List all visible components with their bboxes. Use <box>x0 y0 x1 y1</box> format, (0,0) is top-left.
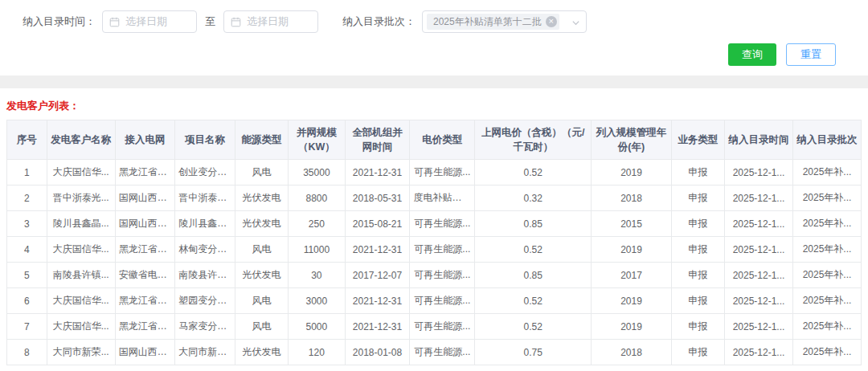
batch-select[interactable]: 2025年补贴清单第十二批 × <box>422 10 587 33</box>
table-header-cell: 并网规模（KW） <box>289 120 345 160</box>
table-cell: 风电 <box>235 314 288 340</box>
table-cell: 申报 <box>671 288 724 314</box>
table-cell: 可再生能源... <box>410 160 475 186</box>
table-header-cell: 全部机组并网时间 <box>345 120 410 160</box>
table-row[interactable]: 5南陵县许镇...安徽省电力...南陵县许镇...光伏发电302017-12-0… <box>7 263 862 288</box>
table-cell: 2021-12-31 <box>345 237 410 263</box>
tag-close-icon[interactable]: × <box>546 16 557 27</box>
batch-tag-label: 2025年补贴清单第十二批 <box>433 15 542 29</box>
table-cell: 风电 <box>235 288 288 314</box>
table-cell: 可再生能源... <box>410 237 475 263</box>
table-cell: 黑龙江省电... <box>115 314 175 340</box>
batch-tag: 2025年补贴清单第十二批 × <box>427 14 559 30</box>
table-cell: 2021-12-31 <box>345 288 410 314</box>
table-row[interactable]: 3陵川县鑫晶...国网山西省...陵川县鑫晶...光伏发电2502015-08-… <box>7 211 862 237</box>
table-cell: 2025-12-1... <box>725 211 793 237</box>
table-cell: 2025年补... <box>792 340 861 365</box>
table-cell: 申报 <box>671 211 724 237</box>
table-cell: 可再生能源... <box>410 314 475 340</box>
table-cell: 2015-08-21 <box>345 211 410 237</box>
table-row[interactable]: 1大庆国信华...黑龙江省电...创业变分散...风电350002021-12-… <box>7 160 862 186</box>
date-start-input[interactable]: 选择日期 <box>102 10 197 33</box>
table-row[interactable]: 6大庆国信华...黑龙江省电...塑园变分散...风电30002021-12-3… <box>7 288 862 314</box>
table-cell: 光伏发电 <box>235 211 288 237</box>
date-end-placeholder: 选择日期 <box>247 14 289 29</box>
table-cell: 2025-12-1... <box>725 314 793 340</box>
table-cell: 风电 <box>235 237 288 263</box>
table-cell: 大同市新荣... <box>47 340 115 365</box>
table-cell: 塑园变分散... <box>175 288 235 314</box>
table-cell: 2018 <box>592 340 671 365</box>
table-cell: 0.52 <box>475 237 592 263</box>
to-label: 至 <box>205 14 215 29</box>
table-cell: 陵川县鑫晶... <box>175 211 235 237</box>
table-cell: 光伏发电 <box>235 263 288 288</box>
table-cell: 2025年补... <box>792 237 861 263</box>
table-cell: 4 <box>7 237 47 263</box>
table-cell: 2025-12-1... <box>725 186 793 211</box>
table-cell: 2017-12-07 <box>345 263 410 288</box>
table-row[interactable]: 2晋中浙泰光...国网山西省...晋中浙泰光...光伏发电88002018-05… <box>7 186 862 211</box>
table-header-cell: 能源类型 <box>235 120 288 160</box>
table-cell: 5 <box>7 263 47 288</box>
table-cell: 2018-05-31 <box>345 186 410 211</box>
section-title: 发电客户列表： <box>6 93 862 120</box>
reset-button[interactable]: 重置 <box>786 43 836 66</box>
table-row[interactable]: 7大庆国信华...黑龙江省电...马家变分散...风电50002021-12-3… <box>7 314 862 340</box>
page-root: 纳入目录时间： 选择日期 至 选择日期 纳入目录批次： 2025年补贴清单第十二… <box>0 0 868 371</box>
table-cell: 2025年补... <box>792 211 861 237</box>
table-cell: 马家变分散... <box>175 314 235 340</box>
table-cell: 7 <box>7 314 47 340</box>
table-cell: 2018 <box>592 186 671 211</box>
action-button-row: 查询 重置 <box>23 34 852 75</box>
table-cell: 1 <box>7 160 47 186</box>
table-cell: 35000 <box>289 160 345 186</box>
table-cell: 0.32 <box>475 186 592 211</box>
table-cell: 2025-12-1... <box>725 263 793 288</box>
table-header-cell: 列入规模管理年份(年) <box>592 120 671 160</box>
calendar-icon <box>109 17 120 27</box>
table-cell: 风电 <box>235 160 288 186</box>
table-cell: 创业变分散... <box>175 160 235 186</box>
table-cell: 3 <box>7 211 47 237</box>
table-cell: 安徽省电力... <box>115 263 175 288</box>
table-header-cell: 上网电价（含税）（元/千瓦时） <box>475 120 592 160</box>
table-cell: 可再生能源... <box>410 288 475 314</box>
table-cell: 大庆国信华... <box>47 288 115 314</box>
table-cell: 2025年补... <box>792 186 861 211</box>
table-cell: 120 <box>289 340 345 365</box>
table-cell: 0.75 <box>475 340 592 365</box>
table-cell: 晋中浙泰光... <box>175 186 235 211</box>
table-cell: 2025-12-1... <box>725 160 793 186</box>
table-cell: 2025-12-1... <box>725 237 793 263</box>
table-header: 序号发电客户名称接入电网项目名称能源类型并网规模（KW）全部机组并网时间电价类型… <box>7 120 862 160</box>
batch-label: 纳入目录批次： <box>342 14 416 29</box>
table-cell: 南陵县许镇... <box>47 263 115 288</box>
date-end-input[interactable]: 选择日期 <box>223 10 318 33</box>
table-cell: 0.52 <box>475 314 592 340</box>
table-row[interactable]: 8大同市新荣...国网山西省...大同市新荣...光伏发电1202018-01-… <box>7 340 862 365</box>
table-cell: 8 <box>7 340 47 365</box>
table-cell: 2025年补... <box>792 314 861 340</box>
table-cell: 光伏发电 <box>235 340 288 365</box>
table-cell: 2019 <box>592 237 671 263</box>
table-cell: 250 <box>289 211 345 237</box>
table-header-cell: 接入电网 <box>115 120 175 160</box>
table-cell: 申报 <box>671 263 724 288</box>
table-header-cell: 发电客户名称 <box>47 120 115 160</box>
date-range-label: 纳入目录时间： <box>23 14 96 29</box>
table-cell: 申报 <box>671 314 724 340</box>
table-cell: 大庆国信华... <box>47 314 115 340</box>
table-row[interactable]: 4大庆国信华...黑龙江省电...林甸变分散...风电110002021-12-… <box>7 237 862 263</box>
table-header-cell: 纳入目录时间 <box>725 120 793 160</box>
table-cell: 2025-12-1... <box>725 340 793 365</box>
table-cell: 2 <box>7 186 47 211</box>
table-cell: 大同市新荣... <box>175 340 235 365</box>
table-header-cell: 业务类型 <box>671 120 724 160</box>
table-cell: 0.52 <box>475 288 592 314</box>
search-button[interactable]: 查询 <box>728 43 776 66</box>
calendar-icon <box>231 17 241 27</box>
table-cell: 2017 <box>592 263 671 288</box>
table-cell: 大庆国信华... <box>47 160 115 186</box>
table-cell: 2025年补... <box>792 288 861 314</box>
